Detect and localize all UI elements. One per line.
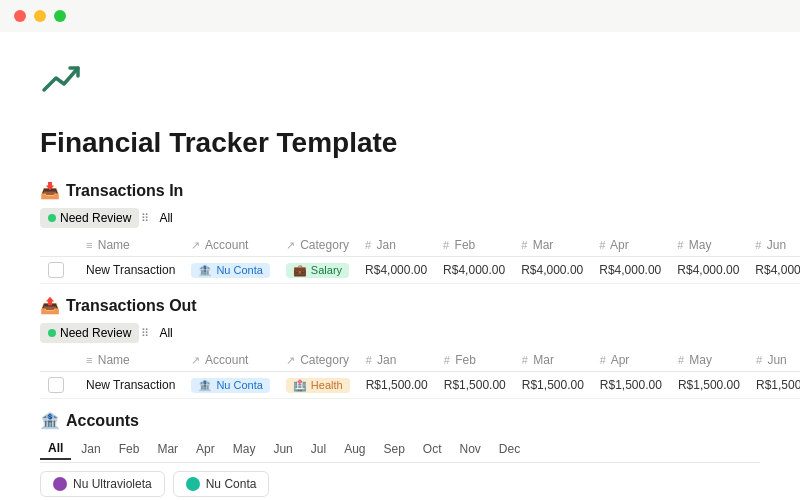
transactions-out-tabs: Need Review ⠿ All — [40, 323, 760, 343]
page-title: Financial Tracker Template — [40, 127, 760, 159]
accounts-tab-oct[interactable]: Oct — [415, 439, 450, 459]
accounts-tab-sep[interactable]: Sep — [375, 439, 412, 459]
accounts-tab-jun[interactable]: Jun — [265, 439, 300, 459]
account-icon-nu-conta — [186, 477, 200, 491]
table-row: New Transaction 🏦 Nu Conta 💼 Salary R$4,… — [40, 257, 800, 284]
td-category-out-0: 🏥 Health — [278, 372, 358, 399]
close-button[interactable] — [14, 10, 26, 22]
th-account-out: ↗ Account — [183, 349, 277, 372]
tab-need-review-out[interactable]: Need Review — [40, 323, 139, 343]
tab-need-review-out-label: Need Review — [60, 326, 131, 340]
accounts-tab-jul[interactable]: Jul — [303, 439, 334, 459]
th-apr-in: # Apr — [591, 234, 669, 257]
td-jan-out-0: R$1,500.00 — [358, 372, 436, 399]
category-icon-in: 💼 — [293, 264, 307, 277]
page-icon — [40, 56, 760, 119]
accounts-tab-apr[interactable]: Apr — [188, 439, 223, 459]
transactions-in-header: 📥 Transactions In — [40, 181, 760, 200]
table-header-row-in: ≡ Name ↗ Account ↗ Category # Jan # Feb … — [40, 234, 800, 257]
td-name-out-0: New Transaction — [78, 372, 183, 399]
accounts-tab-jan[interactable]: Jan — [73, 439, 108, 459]
account-chip-ultravioleta[interactable]: Nu Ultravioleta — [40, 471, 165, 497]
th-category-out: ↗ Category — [278, 349, 358, 372]
th-may-in: # May — [669, 234, 747, 257]
transactions-in-label: Transactions In — [66, 182, 183, 200]
accounts-tab-dec[interactable]: Dec — [491, 439, 528, 459]
accounts-tab-nov[interactable]: Nov — [452, 439, 489, 459]
td-category-in-0: 💼 Salary — [278, 257, 357, 284]
account-icon-in: 🏦 — [198, 264, 212, 277]
account-label-ultravioleta: Nu Ultravioleta — [73, 477, 152, 491]
td-mar-in-0: R$4,000.00 — [513, 257, 591, 284]
accounts-header: 🏦 Accounts — [40, 411, 760, 430]
transactions-in-emoji: 📥 — [40, 181, 60, 200]
account-icon-ultravioleta — [53, 477, 67, 491]
svg-rect-0 — [40, 56, 84, 100]
th-account-in: ↗ Account — [183, 234, 277, 257]
accounts-tab-feb[interactable]: Feb — [111, 439, 148, 459]
td-may-out-0: R$1,500.00 — [670, 372, 748, 399]
td-jun-in-0: R$4,000.00 — [747, 257, 800, 284]
td-feb-in-0: R$4,000.00 — [435, 257, 513, 284]
td-jan-in-0: R$4,000.00 — [357, 257, 435, 284]
th-name-out: ≡ Name — [78, 349, 183, 372]
th-feb-out: # Feb — [436, 349, 514, 372]
th-jun-in: # Jun — [747, 234, 800, 257]
need-review-dot-out — [48, 329, 56, 337]
td-jun-out-0: R$1,500.00 — [748, 372, 800, 399]
th-checkbox-in — [40, 234, 78, 257]
accounts-tab-all[interactable]: All — [40, 438, 71, 460]
transactions-in-table: ≡ Name ↗ Account ↗ Category # Jan # Feb … — [40, 234, 800, 284]
maximize-button[interactable] — [54, 10, 66, 22]
accounts-tabs: All Jan Feb Mar Apr May Jun Jul Aug Sep … — [40, 438, 760, 463]
category-icon-out: 🏥 — [293, 379, 307, 392]
minimize-button[interactable] — [34, 10, 46, 22]
th-jan-in: # Jan — [357, 234, 435, 257]
accounts-emoji: 🏦 — [40, 411, 60, 430]
th-jun-out: # Jun — [748, 349, 800, 372]
th-category-in: ↗ Category — [278, 234, 357, 257]
transactions-out-header: 📤 Transactions Out — [40, 296, 760, 315]
tab-all-in[interactable]: All — [151, 208, 180, 228]
table-row: New Transaction 🏦 Nu Conta 🏥 Health R$1,… — [40, 372, 800, 399]
account-label-nu-conta: Nu Conta — [206, 477, 257, 491]
td-mar-out-0: R$1,500.00 — [514, 372, 592, 399]
table-header-row-out: ≡ Name ↗ Account ↗ Category # Jan # Feb … — [40, 349, 800, 372]
account-chip-nu-conta[interactable]: Nu Conta — [173, 471, 270, 497]
th-jan-out: # Jan — [358, 349, 436, 372]
th-apr-out: # Apr — [592, 349, 670, 372]
td-apr-in-0: R$4,000.00 — [591, 257, 669, 284]
tab-need-review-in-label: Need Review — [60, 211, 131, 225]
th-name-in: ≡ Name — [78, 234, 183, 257]
accounts-tab-mar[interactable]: Mar — [149, 439, 186, 459]
th-mar-out: # Mar — [514, 349, 592, 372]
td-apr-out-0: R$1,500.00 — [592, 372, 670, 399]
td-account-in-0: 🏦 Nu Conta — [183, 257, 277, 284]
accounts-row: Nu Ultravioleta Nu Conta — [40, 471, 760, 497]
th-may-out: # May — [670, 349, 748, 372]
td-name-in-0: New Transaction — [78, 257, 183, 284]
need-review-dot — [48, 214, 56, 222]
tab-separator-out: ⠿ — [141, 327, 149, 340]
td-account-out-0: 🏦 Nu Conta — [183, 372, 277, 399]
th-mar-in: # Mar — [513, 234, 591, 257]
td-checkbox-in-0[interactable] — [40, 257, 78, 284]
accounts-tab-may[interactable]: May — [225, 439, 264, 459]
td-checkbox-out-0[interactable] — [40, 372, 78, 399]
main-content: Financial Tracker Template 📥 Transaction… — [0, 32, 800, 500]
transactions-out-table: ≡ Name ↗ Account ↗ Category # Jan # Feb … — [40, 349, 800, 399]
th-feb-in: # Feb — [435, 234, 513, 257]
tab-need-review-in[interactable]: Need Review — [40, 208, 139, 228]
transactions-out-emoji: 📤 — [40, 296, 60, 315]
td-may-in-0: R$4,000.00 — [669, 257, 747, 284]
td-feb-out-0: R$1,500.00 — [436, 372, 514, 399]
title-bar — [0, 0, 800, 32]
th-checkbox-out — [40, 349, 78, 372]
transactions-out-label: Transactions Out — [66, 297, 197, 315]
accounts-tab-aug[interactable]: Aug — [336, 439, 373, 459]
account-icon-out: 🏦 — [198, 379, 212, 392]
tab-all-out-label: All — [159, 326, 172, 340]
tab-separator-in: ⠿ — [141, 212, 149, 225]
accounts-label: Accounts — [66, 412, 139, 430]
tab-all-out[interactable]: All — [151, 323, 180, 343]
